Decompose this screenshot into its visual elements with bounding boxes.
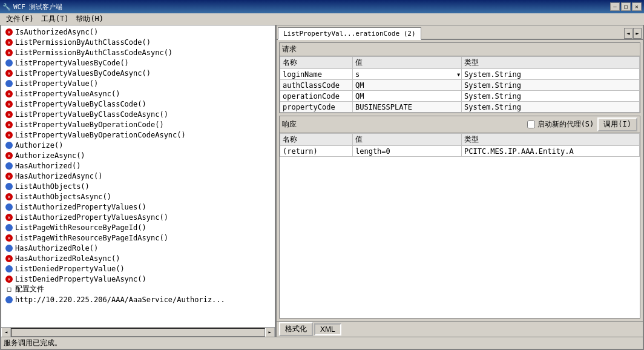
tree-item[interactable]: ✕ListPropertyValueByOperationCode() <box>4 119 272 130</box>
left-panel: ✕IsAuthorizedAsync()✕ListPermissionByAut… <box>1 25 277 337</box>
request-header: 请求 <box>280 43 640 56</box>
cell-value[interactable]: ▼ <box>353 69 462 80</box>
app-icon: 🔧 <box>2 3 11 11</box>
tree-item[interactable]: ✕ListPageWithResourceByPageIdAsync() <box>4 233 272 243</box>
bottom-tab-xml[interactable]: XML <box>314 323 341 335</box>
value-input[interactable] <box>355 81 459 90</box>
minimize-button[interactable]: — <box>610 2 620 11</box>
tab-bar: ListPropertyVal...erationCode (2) ◄ ► <box>277 25 643 40</box>
value-input[interactable] <box>355 103 459 111</box>
red-x-icon: ✕ <box>5 90 13 98</box>
value-input[interactable] <box>355 70 459 79</box>
tree-item[interactable]: □配置文件 <box>4 284 272 294</box>
blue-circle-icon <box>5 162 13 170</box>
scroll-left-btn[interactable]: ◄ <box>1 328 11 337</box>
tab-nav-right[interactable]: ► <box>633 28 642 39</box>
tree-item[interactable]: ✕IsAuthorizedAsync() <box>4 27 272 37</box>
title-bar-text: WCF 测试客户端 <box>13 2 610 12</box>
tree-item[interactable]: ListPropertyValue() <box>4 78 272 88</box>
tree-item-label: 配置文件 <box>15 284 44 294</box>
tree-item[interactable]: ListDeniedPropertyValue() <box>4 263 272 274</box>
cell-name: authClassCode <box>280 80 353 91</box>
active-tab[interactable]: ListPropertyVal...erationCode (2) <box>278 27 421 40</box>
folder-icon: □ <box>5 285 13 294</box>
tab-nav-left[interactable]: ◄ <box>624 28 632 39</box>
value-input[interactable] <box>355 92 459 101</box>
horizontal-scrollbar[interactable]: ◄ ► <box>1 327 275 337</box>
tree-item-label: ListAuthObjectsAsync() <box>15 193 111 201</box>
tree-item-label: ListAuthorizedPropertyValuesAsync() <box>15 213 168 222</box>
tree-item-label: ListPropertyValuesByCodeAsync() <box>15 69 151 78</box>
tree-item[interactable]: ✕ListPropertyValuesByCodeAsync() <box>4 68 272 78</box>
invoke-button[interactable]: 调用(I) <box>597 117 637 131</box>
cell-type: System.String <box>462 80 640 91</box>
close-button[interactable]: ✕ <box>632 2 642 11</box>
proxy-checkbox-group: 启动新的代理(S) <box>527 119 594 130</box>
tree-item[interactable]: ✕ListPropertyValueByClassCode() <box>4 99 272 109</box>
tree-item[interactable]: ✕ListPropertyValueByClassCodeAsync() <box>4 109 272 119</box>
scroll-track[interactable] <box>11 328 265 337</box>
tree-item-label: http://10.220.225.206/AAA/AaaService/Aut… <box>15 296 225 304</box>
red-x-icon: ✕ <box>5 213 13 222</box>
resp-col-value: 值 <box>353 134 462 146</box>
tree-item[interactable]: ✕AuthorizeAsync() <box>4 150 272 160</box>
red-x-icon: ✕ <box>5 234 13 242</box>
title-bar: 🔧 WCF 测试客户端 — □ ✕ <box>0 0 644 13</box>
cell-value[interactable] <box>353 91 462 102</box>
tab-navigation: ◄ ► <box>624 28 642 39</box>
tree-item[interactable]: ✕ListPropertyValueByOperationCodeAsync() <box>4 130 272 140</box>
tree-item[interactable]: ListPageWithResourceByPageId() <box>4 222 272 233</box>
menu-help[interactable]: 帮助(H) <box>72 13 107 25</box>
tree-item[interactable]: ListAuthObjects() <box>4 181 272 191</box>
cell-value[interactable] <box>353 102 462 113</box>
status-text: 服务调用已完成。 <box>4 338 62 348</box>
menu-file[interactable]: 文件(F) <box>2 13 38 25</box>
red-x-icon: ✕ <box>5 121 13 129</box>
tree-item[interactable]: ✕ListPermissionByAuthClassCodeAsync() <box>4 47 272 58</box>
tree-item[interactable]: HasAuthorized() <box>4 160 272 171</box>
tree-item[interactable]: http://10.220.225.206/AAA/AaaService/Aut… <box>4 294 272 305</box>
red-x-icon: ✕ <box>5 254 13 263</box>
tree-item[interactable]: ✕HasAuthorizedAsync() <box>4 171 272 181</box>
tree-item[interactable]: HasAuthorizedRole() <box>4 243 272 253</box>
tree-item[interactable]: ✕ListAuthorizedPropertyValuesAsync() <box>4 212 272 222</box>
menu-bar: 文件(F) 工具(T) 帮助(H) <box>0 13 644 25</box>
scroll-right-btn[interactable]: ► <box>265 328 275 337</box>
proxy-checkbox[interactable] <box>527 121 535 128</box>
tree-item[interactable]: ✕ListDeniedPropertyValueAsync() <box>4 274 272 284</box>
red-x-icon: ✕ <box>5 172 13 180</box>
tree-item[interactable]: ✕HasAuthorizedRoleAsync() <box>4 253 272 263</box>
cell-value: length=0 <box>353 146 462 157</box>
cell-name: (return) <box>280 146 353 157</box>
tree-item[interactable]: ✕ListPropertyValueAsync() <box>4 88 272 99</box>
table-row: authClassCodeSystem.String <box>280 80 640 91</box>
cell-value[interactable] <box>353 80 462 91</box>
blue-circle-icon <box>5 265 13 273</box>
tree-item[interactable]: ✕ListPermissionByAuthClassCode() <box>4 37 272 47</box>
col-header-name: 名称 <box>280 57 353 69</box>
tree-item-label: ListAuthorizedPropertyValues() <box>15 203 146 211</box>
red-x-icon: ✕ <box>5 110 13 119</box>
menu-tools[interactable]: 工具(T) <box>38 13 73 25</box>
bottom-bar: 格式化XML <box>277 321 643 337</box>
tree-item[interactable]: ✕ListAuthObjectsAsync() <box>4 191 272 202</box>
bottom-tab-格式化[interactable]: 格式化 <box>279 322 313 336</box>
red-x-icon: ✕ <box>5 38 13 47</box>
main-area: ✕IsAuthorizedAsync()✕ListPermissionByAut… <box>1 25 643 337</box>
tree-item-label: ListPermissionByAuthClassCode() <box>15 38 151 47</box>
restore-button[interactable]: □ <box>621 2 631 11</box>
tree-item[interactable]: ListAuthorizedPropertyValues() <box>4 202 272 212</box>
cell-type: System.String <box>462 69 640 80</box>
tree-item-label: ListDeniedPropertyValue() <box>15 265 125 273</box>
response-label: 响应 <box>282 119 297 130</box>
proxy-label: 启动新的代理(S) <box>537 119 594 130</box>
blue-circle-icon <box>5 59 13 67</box>
cell-type: System.String <box>462 91 640 102</box>
col-header-value: 值 <box>353 57 462 69</box>
tree-item[interactable]: Authorize() <box>4 140 272 150</box>
tree-view[interactable]: ✕IsAuthorizedAsync()✕ListPermissionByAut… <box>1 25 275 327</box>
red-x-icon: ✕ <box>5 151 13 160</box>
tree-item-label: HasAuthorizedRole() <box>15 244 98 253</box>
tree-item[interactable]: ListPropertyValuesByCode() <box>4 58 272 68</box>
tree-item-label: ListAuthObjects() <box>15 182 90 191</box>
